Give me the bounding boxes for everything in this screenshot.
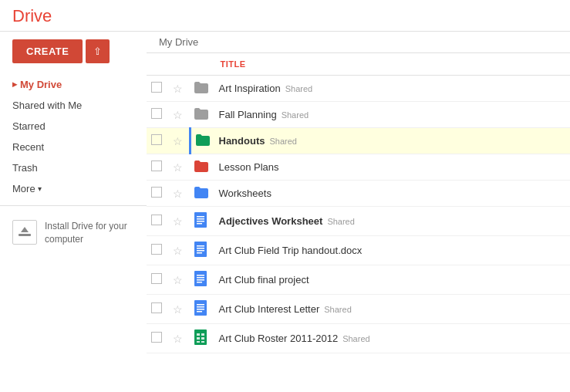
upload-button[interactable]: ⇧ — [86, 39, 110, 63]
svg-rect-7 — [194, 242, 207, 257]
star-icon[interactable]: ☆ — [173, 188, 183, 200]
star-icon[interactable]: ☆ — [173, 274, 183, 286]
file-checkbox[interactable] — [151, 273, 162, 284]
file-name[interactable]: Worksheets — [219, 188, 272, 199]
file-type-icon — [194, 110, 208, 122]
upload-icon: ⇧ — [93, 46, 102, 57]
file-type-icon — [194, 306, 207, 318]
file-name[interactable]: Handouts — [219, 135, 265, 147]
svg-rect-18 — [197, 304, 204, 306]
file-name[interactable]: Art Club final project — [219, 274, 309, 286]
svg-rect-26 — [201, 337, 204, 340]
sidebar-item-recent[interactable]: Recent — [0, 137, 147, 157]
table-row[interactable]: ☆Art Club Field Trip handout.docx — [147, 236, 570, 265]
star-icon[interactable]: ☆ — [173, 161, 183, 174]
shared-label: Shared — [342, 334, 369, 343]
shared-label: Shared — [282, 110, 309, 120]
svg-rect-22 — [194, 329, 207, 345]
svg-rect-16 — [197, 282, 202, 283]
svg-rect-6 — [197, 223, 202, 225]
svg-rect-27 — [197, 341, 200, 343]
star-icon[interactable]: ☆ — [173, 215, 183, 228]
file-name[interactable]: Art Club Field Trip handout.docx — [219, 245, 363, 256]
star-icon[interactable]: ☆ — [173, 109, 183, 121]
file-type-icon — [194, 277, 207, 289]
svg-rect-21 — [197, 311, 202, 313]
file-type-icon — [194, 218, 207, 230]
svg-rect-25 — [197, 337, 200, 340]
table-row[interactable]: ☆Art Club Roster 2011-2012Shared — [147, 324, 570, 353]
shared-label: Shared — [285, 84, 312, 93]
file-name[interactable]: Adjectives Worksheet — [219, 215, 323, 227]
svg-rect-0 — [19, 234, 31, 236]
sidebar-item-label: Recent — [12, 141, 44, 153]
star-icon[interactable]: ☆ — [173, 245, 183, 257]
sidebar-item-shared-with-me[interactable]: Shared with Me — [0, 95, 147, 116]
svg-rect-17 — [194, 300, 207, 316]
file-name[interactable]: Art Club Roster 2011-2012 — [219, 333, 339, 344]
file-type-icon — [194, 336, 207, 347]
star-icon[interactable]: ☆ — [173, 83, 183, 95]
svg-rect-14 — [197, 277, 204, 279]
file-name[interactable]: Fall Planning — [219, 109, 277, 120]
file-type-icon — [194, 189, 208, 201]
file-type-icon — [196, 137, 210, 148]
svg-rect-23 — [197, 333, 200, 336]
svg-rect-2 — [194, 212, 207, 228]
sidebar-item-label: More — [12, 183, 35, 194]
file-checkbox[interactable] — [151, 215, 162, 225]
file-checkbox[interactable] — [151, 244, 162, 255]
table-row[interactable]: ☆HandoutsShared — [147, 128, 570, 154]
file-checkbox[interactable] — [151, 108, 162, 119]
file-checkbox[interactable] — [151, 161, 162, 171]
file-name[interactable]: Art Inspiration — [219, 83, 281, 94]
create-button[interactable]: CREATE — [12, 39, 83, 63]
sidebar: CREATE ⇧ My Drive Shared with Me Starred… — [0, 32, 147, 389]
file-name[interactable]: Art Club Interest Letter — [219, 303, 320, 315]
file-name[interactable]: Lesson Plans — [219, 161, 279, 173]
star-icon[interactable]: ☆ — [173, 303, 183, 316]
svg-rect-15 — [197, 279, 204, 281]
table-row[interactable]: ☆Adjectives WorksheetShared — [147, 207, 570, 236]
file-checkbox[interactable] — [151, 302, 162, 313]
sidebar-item-label: Starred — [12, 120, 46, 132]
svg-rect-11 — [197, 252, 202, 254]
table-row[interactable]: ☆Art InspirationShared — [147, 76, 570, 102]
svg-rect-13 — [197, 275, 204, 276]
app-header: Drive — [0, 0, 570, 32]
sidebar-item-label: Shared with Me — [12, 100, 82, 111]
table-row[interactable]: ☆Art Club final project — [147, 265, 570, 295]
table-row[interactable]: ☆Art Club Interest LetterShared — [147, 295, 570, 324]
app-title: Drive — [12, 6, 52, 26]
install-drive-icon — [12, 220, 37, 245]
file-type-icon — [194, 84, 208, 96]
star-icon[interactable]: ☆ — [173, 333, 183, 345]
sidebar-item-label: Trash — [12, 162, 38, 174]
file-checkbox[interactable] — [151, 332, 162, 343]
table-row[interactable]: ☆Worksheets — [147, 181, 570, 207]
svg-rect-28 — [201, 341, 204, 343]
star-icon[interactable]: ☆ — [173, 135, 183, 147]
sidebar-item-my-drive[interactable]: My Drive — [0, 74, 147, 95]
svg-rect-10 — [197, 250, 204, 252]
shared-label: Shared — [324, 305, 351, 314]
sidebar-item-trash[interactable]: Trash — [0, 157, 147, 178]
sidebar-item-starred[interactable]: Starred — [0, 116, 147, 137]
file-checkbox[interactable] — [151, 82, 162, 93]
sidebar-nav: My Drive Shared with Me Starred Recent T… — [0, 74, 147, 199]
col-icon-header — [190, 53, 214, 76]
svg-rect-19 — [197, 306, 204, 308]
table-row[interactable]: ☆Lesson Plans — [147, 154, 570, 181]
table-row[interactable]: ☆Fall PlanningShared — [147, 102, 570, 128]
install-drive-section[interactable]: Install Drive for your computer — [0, 212, 147, 254]
install-drive-label: Install Drive for your computer — [45, 220, 134, 246]
breadcrumb: My Drive — [147, 32, 570, 53]
file-checkbox[interactable] — [151, 134, 162, 145]
col-title-header: TITLE — [214, 53, 571, 76]
svg-rect-12 — [194, 271, 207, 286]
file-checkbox[interactable] — [151, 187, 162, 198]
svg-rect-3 — [197, 216, 204, 218]
chevron-down-icon: ▾ — [38, 184, 42, 193]
sidebar-item-more[interactable]: More ▾ — [0, 178, 147, 199]
svg-rect-4 — [197, 218, 204, 220]
